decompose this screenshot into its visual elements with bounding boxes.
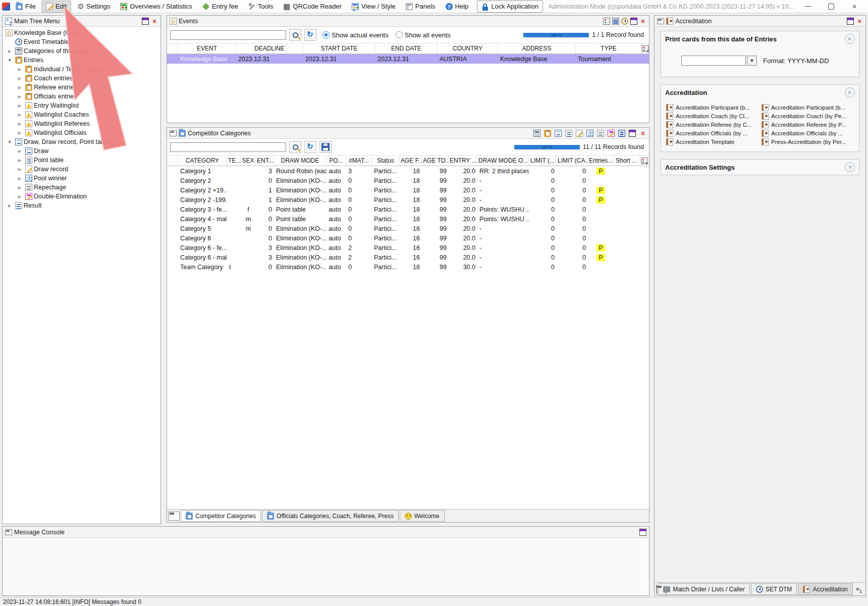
expander-expanded-icon[interactable]: ▼	[6, 58, 14, 63]
list-view-icon[interactable]	[618, 130, 625, 137]
entries-icon[interactable]	[544, 130, 551, 137]
accreditation-link[interactable]: Accreditation Referee (by C...	[666, 121, 758, 128]
expander-expanded-icon[interactable]: ▼	[6, 140, 14, 144]
column-header-sex[interactable]: SEX	[241, 156, 256, 166]
close-icon[interactable]	[639, 130, 646, 137]
radio-show-all[interactable]: Show all events	[396, 31, 451, 39]
table-row[interactable]: Category 20Elimination (KO-...auto0Parti…	[167, 176, 649, 185]
tab-set-dtm[interactable]: SET DTM	[751, 583, 797, 595]
search-button[interactable]	[289, 141, 301, 153]
maximize-icon[interactable]	[847, 18, 854, 25]
maximize-icon[interactable]	[630, 18, 637, 25]
expander-collapsed-icon[interactable]: ▶	[16, 104, 24, 108]
repechage-icon[interactable]	[597, 130, 604, 137]
dock-icon[interactable]	[169, 512, 180, 521]
tree-item-point-table[interactable]: ▶Point table	[3, 156, 160, 165]
history-clock-icon[interactable]	[621, 18, 628, 25]
column-header-entries[interactable]: Entries...	[588, 156, 614, 166]
minimize-button[interactable]	[796, 1, 820, 13]
table-row[interactable]: Category 6 - male3Elimination (KO-...aut…	[167, 252, 649, 262]
expander-collapsed-icon[interactable]: ▶	[6, 204, 14, 208]
column-header-deadline[interactable]: DEADLINE	[236, 43, 303, 54]
point-table-icon[interactable]	[565, 130, 572, 137]
accreditation-link[interactable]: Accreditation Referee (by P...	[762, 121, 854, 128]
column-header-te[interactable]: TE...	[227, 156, 241, 166]
menu-item-tools[interactable]: Tools	[244, 1, 278, 13]
maximize-icon[interactable]	[629, 130, 636, 137]
column-header-age-to[interactable]: AGE TO...	[422, 156, 449, 166]
tree-item-waitinglist-officials[interactable]: ▶Waitinglist Officials	[3, 128, 160, 137]
restore-button[interactable]	[820, 1, 843, 13]
tree-item-individual-team-entries[interactable]: ▶Individual / Team Entries	[3, 65, 160, 74]
table-row[interactable]: Category 3 - fe...f0Point tableauto0Part…	[167, 205, 649, 214]
dock-icon[interactable]	[656, 585, 657, 594]
tree-item-draw-record[interactable]: ▶Draw record	[3, 165, 160, 174]
accreditation-link[interactable]: Accreditation Participant (b...	[762, 104, 854, 111]
table-row[interactable]: Category 2 -199...1Elimination (KO-...au…	[167, 195, 649, 205]
tab-accreditation[interactable]: Accreditation	[798, 583, 852, 595]
events-search-input[interactable]	[170, 30, 286, 40]
events-table-row[interactable]: Knowledge Base2023.12.312023.12.312023.1…	[167, 54, 649, 64]
categories-icon[interactable]	[533, 130, 540, 137]
tab-overflow-button[interactable]: »1	[854, 585, 864, 594]
menu-item-entry-fee[interactable]: Entry fee	[198, 1, 243, 13]
tab-officials-categories-coach-referee-press[interactable]: Officials Categories, Coach, Referee, Pr…	[262, 510, 399, 522]
radio-show-actual[interactable]: Show actual events	[322, 31, 389, 39]
expander-collapsed-icon[interactable]: ▶	[16, 158, 24, 163]
column-header-start-date[interactable]: START DATE	[303, 43, 375, 54]
accreditation-link[interactable]: Accreditation Participant (b...	[666, 104, 758, 111]
accreditation-link[interactable]: Accreditation Officials (by ...	[666, 130, 758, 137]
close-icon[interactable]	[151, 18, 158, 25]
column-header-limit[interactable]: LIMIT (...	[529, 156, 557, 166]
accreditation-link[interactable]: Accreditation Coach (by Pe...	[762, 113, 854, 120]
column-header-type[interactable]: TYPE	[576, 43, 642, 54]
draw-icon[interactable]	[555, 130, 562, 137]
tree-item-categories-of-this-event[interactable]: ▶Categories of this event	[3, 46, 160, 56]
expander-collapsed-icon[interactable]: ▶	[16, 167, 24, 172]
expander-collapsed-icon[interactable]: ▶	[16, 76, 24, 81]
accreditation-link[interactable]: Press-Accreditation (by Per...	[762, 138, 854, 145]
menu-item-settings[interactable]: Settings	[72, 1, 115, 13]
expander-collapsed-icon[interactable]: ▶	[16, 149, 24, 154]
double-elimination-icon[interactable]	[608, 130, 615, 137]
accreditation-link[interactable]: Accreditation Officials (by ...	[762, 130, 854, 137]
menu-item-qrcode-reader[interactable]: QRCode Reader	[279, 1, 346, 13]
tree-item-officials-entries[interactable]: ▶Officials entries	[3, 92, 160, 101]
tab-welcome[interactable]: Welcome	[400, 510, 445, 522]
table-row[interactable]: Category 13Round Robin (eac...auto3Parti…	[167, 166, 649, 176]
expander-collapsed-icon[interactable]: ▶	[16, 176, 24, 181]
tree-item-event-timetable[interactable]: Event Timetable	[3, 37, 160, 46]
close-window-button[interactable]: ×	[843, 1, 866, 13]
refresh-button[interactable]	[304, 141, 316, 153]
accreditation-link[interactable]: Accreditation Template	[666, 138, 758, 145]
menu-item-lock-application[interactable]: Lock Application	[477, 1, 543, 13]
field-chooser-button[interactable]	[639, 156, 649, 166]
menu-item-edit[interactable]: Edit	[41, 1, 71, 13]
column-header-ent[interactable]: ENT...	[256, 156, 274, 166]
tree-item-referee-entries[interactable]: ▶Referee entries	[3, 83, 160, 92]
column-header-draw-mode[interactable]: DRAW MODE	[274, 156, 327, 166]
field-chooser-button[interactable]	[642, 43, 649, 54]
tree-item-entries[interactable]: ▼Entries	[3, 56, 160, 65]
expander-collapsed-icon[interactable]: ▶	[16, 131, 24, 135]
save-button[interactable]	[319, 141, 332, 153]
table-row[interactable]: Team Categoryt0Elimination (KO-...auto0P…	[167, 262, 649, 272]
tree-item-waitinglist-referees[interactable]: ▶Waitinglist Referees	[3, 119, 160, 128]
tree-item-knowledge-base-local[interactable]: Knowledge Base (local)	[3, 28, 160, 37]
expander-collapsed-icon[interactable]: ▶	[6, 49, 14, 54]
expander-collapsed-icon[interactable]: ▶	[16, 94, 24, 99]
tab-competitor-categories[interactable]: Competitor Categories	[181, 510, 261, 522]
refresh-button[interactable]	[304, 29, 316, 41]
expander-collapsed-icon[interactable]: ▶	[16, 185, 24, 190]
table-row[interactable]: Category 4 - malem0Point tableauto0Parti…	[167, 214, 649, 224]
dock-icon[interactable]	[5, 529, 12, 535]
expander-collapsed-icon[interactable]: ▶	[16, 67, 24, 72]
column-header-mat[interactable]: #MAT...	[346, 156, 372, 166]
maximize-icon[interactable]	[639, 529, 646, 536]
print-date-input[interactable]	[681, 56, 746, 66]
column-header-category[interactable]: CATEGORY	[178, 156, 227, 166]
tree-item-double-elimination[interactable]: ▶Double-Elimination	[3, 192, 160, 201]
column-header-short[interactable]: Short ...	[614, 156, 639, 166]
table-row[interactable]: Category 5m0Elimination (KO-...auto0Part…	[167, 224, 649, 233]
menu-item-panels[interactable]: Panels	[401, 1, 440, 13]
